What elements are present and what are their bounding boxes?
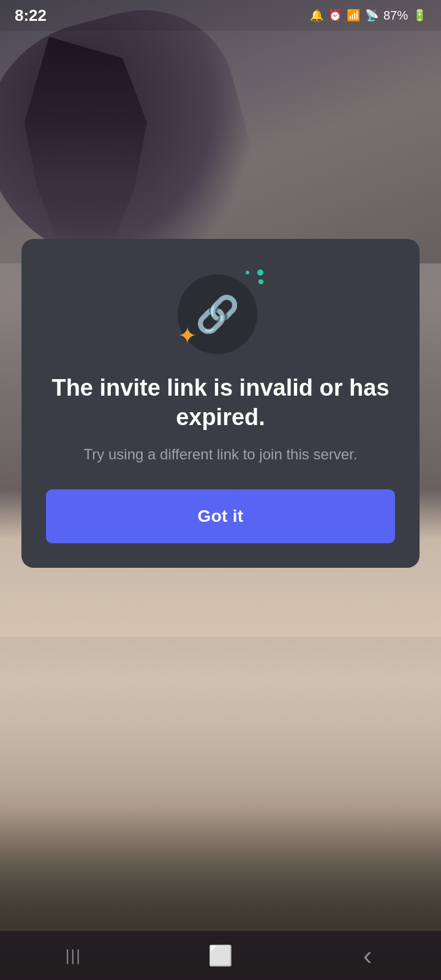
modal-subtitle: Try using a different link to join this … xyxy=(84,444,358,465)
back-icon xyxy=(363,940,372,971)
teal-dot-sm xyxy=(246,271,249,274)
battery-icon: 🔋 xyxy=(413,9,426,22)
modal-title: The invite link is invalid or has expire… xyxy=(46,374,395,432)
bg-top xyxy=(0,0,441,263)
notification-icon: 🔔 xyxy=(310,9,323,22)
home-icon xyxy=(208,944,233,967)
battery-percentage: 87% xyxy=(383,9,408,23)
alarm-icon: ⏰ xyxy=(328,9,342,22)
teal-sparkle-icon xyxy=(246,270,263,284)
status-icons: 🔔 ⏰ 📶 📡 87% 🔋 xyxy=(310,9,426,23)
recent-apps-icon xyxy=(66,946,81,965)
signal-icon: 📡 xyxy=(365,9,379,22)
modal-card: 🔗 ✦ The invite link is invalid or has ex… xyxy=(21,239,420,568)
bg-red-accent xyxy=(36,94,136,151)
back-button[interactable] xyxy=(343,937,392,974)
teal-dot-lg xyxy=(257,270,263,276)
teal-dot-md xyxy=(258,279,263,284)
yellow-sparkle-icon: ✦ xyxy=(178,322,197,349)
icon-container: 🔗 ✦ xyxy=(178,268,263,354)
home-button[interactable] xyxy=(196,937,245,974)
got-it-button[interactable]: Got it xyxy=(46,489,395,543)
wifi-icon: 📶 xyxy=(347,9,360,22)
status-bar: 8:22 🔔 ⏰ 📶 📡 87% 🔋 xyxy=(0,0,441,31)
recent-apps-button[interactable] xyxy=(49,937,98,974)
bg-bottom xyxy=(0,637,441,931)
broken-link-icon: 🔗 xyxy=(195,293,239,335)
nav-bar xyxy=(0,931,441,980)
status-time: 8:22 xyxy=(15,6,47,25)
